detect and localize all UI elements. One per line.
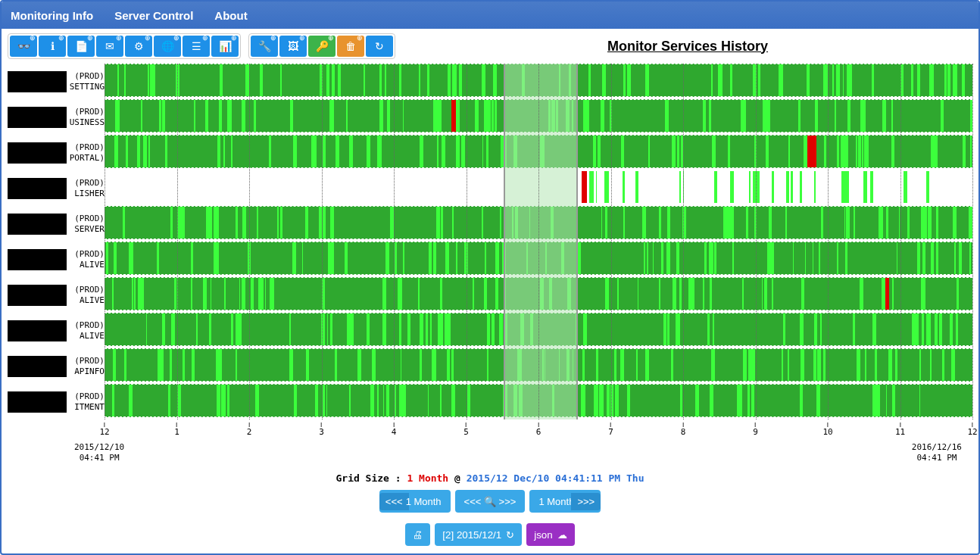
- row-label: (PROD)ALIVE: [8, 277, 105, 313]
- row-label: (PROD)USINESS: [8, 99, 105, 135]
- info-button[interactable]: ℹ⊕: [39, 36, 66, 57]
- grid-info: Grid Size : 1 Month @ 2015/12 Dec/10 04:…: [2, 472, 978, 484]
- highlight-window[interactable]: [504, 64, 577, 419]
- refresh-button[interactable]: ↻: [366, 36, 393, 57]
- toolbar-group-2: 🔧⊕ 🖼⊕ 🔑⊕ 🗑⊕ ↻: [248, 33, 395, 59]
- wrench-icon: 🔧: [258, 40, 271, 52]
- list-button[interactable]: ☰⊕: [183, 36, 210, 57]
- trash-button[interactable]: 🗑⊕: [337, 36, 364, 57]
- nav-zoom[interactable]: <<< 🔍 >>>: [455, 490, 526, 513]
- print-button[interactable]: 🖨: [405, 523, 430, 546]
- date-end: 2016/12/1604:41 PM: [912, 442, 962, 464]
- wrench-button[interactable]: 🔧⊕: [251, 36, 278, 57]
- row-label: (PROD)LISHER: [8, 170, 105, 206]
- key-icon: 🔑: [316, 40, 329, 52]
- nav-fwd[interactable]: 1 Month>>>: [529, 490, 601, 513]
- bottom-controls: 🖨 [2] 2015/12/1 ↻ json ☁: [2, 523, 978, 546]
- image-button[interactable]: 🖼⊕: [279, 36, 307, 57]
- doc-button[interactable]: 📄⊕: [67, 36, 95, 57]
- doc-icon: 📄: [75, 40, 88, 52]
- binoculars-button[interactable]: 👓⊕: [10, 36, 37, 57]
- key-button[interactable]: 🔑⊕: [308, 36, 336, 57]
- row-label: (PROD)ALIVE: [8, 242, 105, 277]
- mail-button[interactable]: ✉⊕: [96, 36, 123, 57]
- row-label: (PROD)APINFO: [8, 348, 105, 384]
- info-icon: ℹ: [51, 40, 55, 52]
- gears-icon: ⚙: [134, 40, 144, 52]
- mail-icon: ✉: [105, 40, 114, 52]
- gears-button[interactable]: ⚙⊕: [125, 36, 152, 57]
- page-title: Monitor Services History: [403, 39, 972, 55]
- chart-button[interactable]: 📊⊕: [211, 36, 239, 57]
- toolbar-group-1: 👓⊕ ℹ⊕ 📄⊕ ✉⊕ ⚙⊕ 🌐⊕ ☰⊕ 📊⊕: [8, 33, 241, 59]
- download-icon: ☁: [557, 529, 567, 541]
- binoculars-icon: 👓: [17, 40, 30, 52]
- row-label: (PROD)ALIVE: [8, 313, 105, 348]
- trash-icon: 🗑: [345, 40, 356, 52]
- row-label: (PROD)SERVER: [8, 206, 105, 242]
- list-icon: ☰: [192, 40, 201, 52]
- row-labels: (PROD)SETTING(PROD)USINESS(PROD)PORTAL)(…: [8, 64, 105, 419]
- refresh-icon: ↻: [506, 529, 514, 541]
- nav-monitoring[interactable]: Monitoring Info: [11, 9, 93, 22]
- navbar: Monitoring Info Server Control About: [2, 2, 978, 29]
- toolbar-row: 👓⊕ ℹ⊕ 📄⊕ ✉⊕ ⚙⊕ 🌐⊕ ☰⊕ 📊⊕ 🔧⊕ 🖼⊕ 🔑⊕ 🗑⊕ ↻ Mo…: [2, 29, 978, 64]
- json-export[interactable]: json ☁: [526, 523, 574, 546]
- nav-back[interactable]: <<<1 Month: [379, 490, 451, 513]
- row-label: (PROD)SETTING: [8, 64, 105, 99]
- globe-icon: 🌐: [161, 40, 174, 52]
- date-picker[interactable]: [2] 2015/12/1 ↻: [435, 523, 522, 546]
- globe-button[interactable]: 🌐⊕: [154, 36, 181, 57]
- nav-controls: <<<1 Month <<< 🔍 >>> 1 Month>>>: [2, 490, 978, 513]
- row-label: (PROD)PORTAL): [8, 135, 105, 170]
- row-label: (PROD)ITMENT: [8, 384, 105, 419]
- print-icon: 🖨: [413, 529, 423, 541]
- chart-icon: 📊: [219, 40, 232, 52]
- refresh-icon: ↻: [375, 40, 384, 52]
- nav-about[interactable]: About: [214, 9, 247, 22]
- nav-server-control[interactable]: Server Control: [114, 9, 193, 22]
- date-start: 2015/12/1004:41 PM: [74, 442, 124, 464]
- image-icon: 🖼: [288, 40, 298, 52]
- timeline[interactable]: [105, 64, 972, 419]
